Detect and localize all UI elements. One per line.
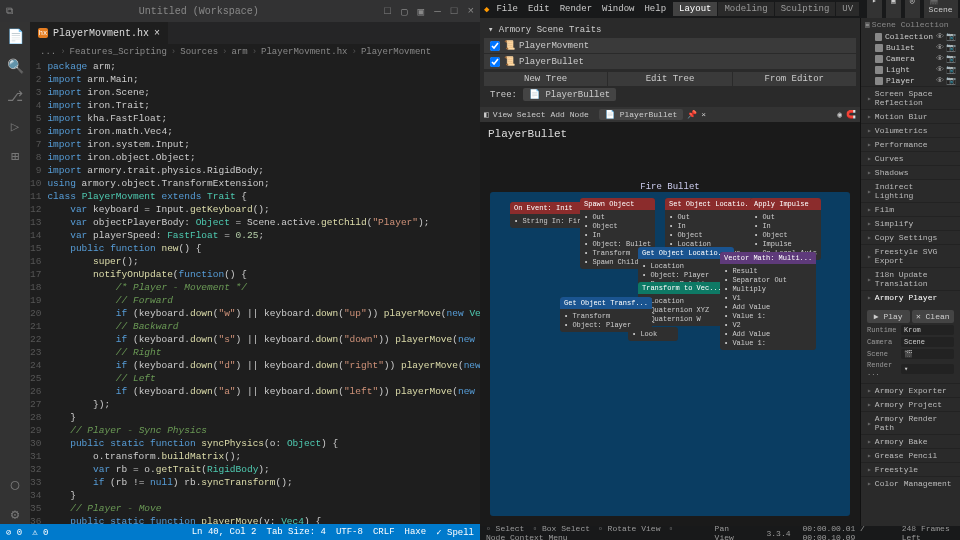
visibility-icon[interactable]: 👁 [936, 43, 944, 52]
trait-btn-new-tree[interactable]: New Tree [484, 72, 607, 86]
nodetree-dropdown[interactable]: 📄 PlayerBullet [599, 109, 683, 120]
menu-edit[interactable]: Edit [523, 2, 555, 16]
tab-close-icon[interactable]: × [154, 28, 160, 39]
status-tabsize[interactable]: Tab Size: 4 [267, 527, 326, 537]
trait-checkbox[interactable] [490, 57, 500, 67]
prop-section[interactable]: Armory Bake [861, 434, 960, 448]
prop-section[interactable]: Armory Render Path [861, 411, 960, 434]
trait-item[interactable]: 📜PlayerMovment [484, 38, 856, 53]
node-header[interactable]: Spawn Object [580, 198, 655, 210]
tree-dropdown[interactable]: 📄 PlayerBullet [523, 88, 616, 101]
snap-icon[interactable]: 🧲 [846, 110, 856, 119]
node-socket[interactable]: • Quaternion XYZ [642, 306, 722, 314]
render-icon[interactable]: 📷 [946, 43, 956, 52]
visibility-icon[interactable]: 👁 [936, 65, 944, 74]
editor-type-icon[interactable]: ◧ [484, 110, 489, 119]
node-header[interactable]: Set Object Locatio... [665, 198, 761, 210]
menu-file[interactable]: File [491, 2, 523, 16]
code-content[interactable]: package arm; import arm.Main; import iro… [47, 60, 480, 524]
tab-sculpting[interactable]: Sculpting [775, 2, 836, 16]
breadcrumb-item[interactable]: Sources [180, 47, 218, 57]
prop-section[interactable]: Armory Project [861, 397, 960, 411]
clean-button[interactable]: ✕ Clean [912, 310, 955, 323]
node-header[interactable]: Apply Impulse [750, 198, 821, 210]
close-tree-icon[interactable]: × [701, 110, 706, 119]
prop-section[interactable]: Freestyle SVG Export [861, 244, 960, 267]
blender-logo-icon[interactable]: ◆ [484, 4, 489, 15]
render-icon[interactable]: 📷 [946, 65, 956, 74]
tab-playermovment[interactable]: hx PlayerMovment.hx × [30, 22, 168, 44]
node-menu-select[interactable]: Select [517, 110, 546, 119]
node-socket[interactable]: • Look [632, 330, 674, 338]
node-menu-add[interactable]: Add [550, 110, 564, 119]
node-socket[interactable]: • Out [754, 213, 817, 221]
node-socket[interactable]: • Value 1: [724, 339, 812, 347]
prop-section[interactable]: Simplify [861, 216, 960, 230]
trait-checkbox[interactable] [490, 41, 500, 51]
node-socket[interactable]: • Transform [564, 312, 648, 320]
prop-section[interactable]: Copy Settings [861, 230, 960, 244]
section-armory-player[interactable]: Armory Player [861, 290, 960, 304]
node[interactable]: On Event: Init• String In: Fire [510, 202, 589, 228]
traits-header[interactable]: ▾ Armory Scene Traits [484, 22, 856, 37]
extensions-icon[interactable]: ⊞ [6, 148, 24, 166]
pin-icon[interactable]: 📌 [687, 110, 697, 119]
maximize-icon[interactable]: □ [451, 5, 458, 18]
code-editor[interactable]: 1 2 3 4 5 6 7 8 9 10 11 12 13 14 15 16 1… [30, 60, 480, 524]
breadcrumb-item[interactable]: arm [231, 47, 247, 57]
outliner-item[interactable]: Bullet👁📷 [861, 42, 960, 53]
node-socket[interactable]: • Separator Out [724, 276, 812, 284]
status-spell[interactable]: ✓ Spell [436, 527, 474, 538]
node-socket[interactable]: • Object [669, 231, 757, 239]
node-editor[interactable]: PlayerBullet Fire Bullet On Event: Init•… [480, 122, 860, 526]
prop-section[interactable]: Freestyle [861, 462, 960, 476]
node-socket[interactable]: • V1 [724, 294, 812, 302]
search-icon[interactable]: 🔍 [6, 58, 24, 76]
node[interactable]: • Look [628, 327, 678, 341]
node-socket[interactable]: • Location [642, 297, 722, 305]
breadcrumb-item[interactable]: Features_Scripting [70, 47, 167, 57]
status-eol[interactable]: CRLF [373, 527, 395, 537]
node-socket[interactable]: • Out [584, 213, 651, 221]
menu-window[interactable]: Window [597, 2, 639, 16]
node-header[interactable]: Get Object Transf... [560, 297, 652, 309]
visibility-icon[interactable]: 👁 [936, 54, 944, 63]
prop-section[interactable]: Motion Blur [861, 109, 960, 123]
node-socket[interactable]: • In [584, 231, 651, 239]
visibility-icon[interactable]: 👁 [936, 76, 944, 85]
close-icon[interactable]: × [467, 5, 474, 18]
split-icon[interactable]: □ [384, 5, 391, 18]
node-socket[interactable]: • Value 1: [724, 312, 812, 320]
scene-select[interactable]: 🎬 [901, 349, 954, 359]
node-header[interactable]: Transform to Vec... [638, 282, 726, 294]
explorer-icon[interactable]: 📄 [6, 28, 24, 46]
menu-help[interactable]: Help [639, 2, 671, 16]
breadcrumb-item[interactable]: ... [40, 47, 56, 57]
tab-layout[interactable]: Layout [673, 2, 717, 16]
scm-icon[interactable]: ⎇ [6, 88, 24, 106]
node-socket[interactable]: • Out [669, 213, 757, 221]
node-socket[interactable]: • Impulse [754, 240, 817, 248]
outliner-item[interactable]: Light👁📷 [861, 64, 960, 75]
prop-section[interactable]: Volumetrics [861, 123, 960, 137]
panel-right-icon[interactable]: ▣ [418, 5, 425, 18]
prop-section[interactable]: Screen Space Reflection [861, 86, 960, 109]
node-socket[interactable]: • In [754, 222, 817, 230]
node[interactable]: Apply Impulse• Out• In• Object• Impulse•… [750, 198, 821, 260]
outliner-item[interactable]: Camera👁📷 [861, 53, 960, 64]
status-cursor[interactable]: Ln 40, Col 2 [192, 527, 257, 537]
overlay-icon[interactable]: ◉ [837, 110, 842, 119]
node-socket[interactable]: • Multiply [724, 285, 812, 293]
prop-section[interactable]: Indirect Lighting [861, 179, 960, 202]
visibility-icon[interactable]: 👁 [936, 32, 944, 41]
node-menu-node[interactable]: Node [570, 110, 589, 119]
node-socket[interactable]: • Object: Player [642, 271, 730, 279]
node-socket[interactable]: • V2 [724, 321, 812, 329]
prop-section[interactable]: Performance [861, 137, 960, 151]
node-socket[interactable]: • In [669, 222, 757, 230]
node[interactable]: Vector Math: Multi...• Result• Separator… [720, 252, 816, 350]
runtime-select[interactable]: Krom [901, 325, 954, 335]
vscode-titlebar[interactable]: ⧉ Untitled (Workspace) □ ▢ ▣ — □ × [0, 0, 480, 22]
panel-left-icon[interactable]: ▢ [401, 5, 408, 18]
debug-icon[interactable]: ▷ [6, 118, 24, 136]
